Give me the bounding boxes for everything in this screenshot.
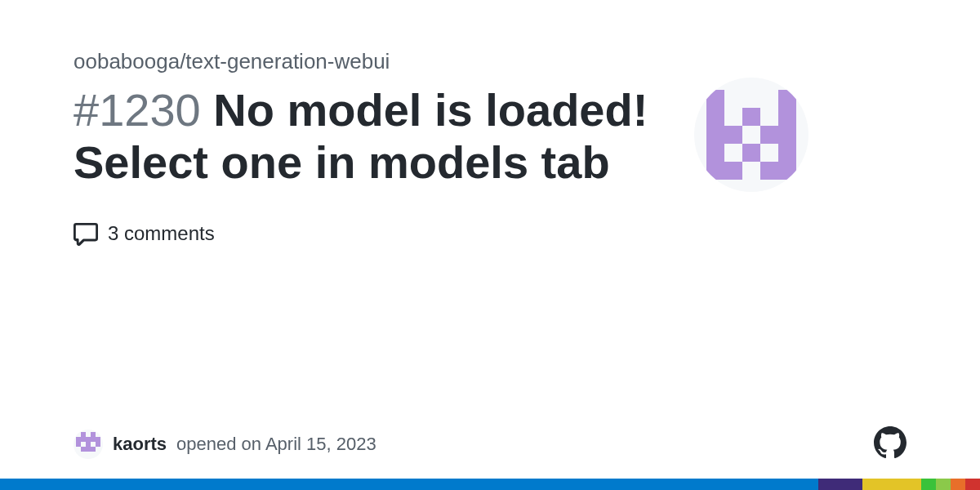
language-segment — [951, 479, 965, 490]
svg-rect-16 — [778, 162, 796, 180]
svg-rect-1 — [706, 90, 724, 108]
svg-rect-2 — [778, 90, 796, 108]
comments-count[interactable]: 3 comments — [74, 221, 906, 246]
svg-rect-18 — [81, 432, 86, 437]
svg-rect-9 — [778, 126, 796, 144]
issue-title: #1230 No model is loaded! Select one in … — [74, 84, 662, 189]
svg-rect-7 — [724, 126, 742, 144]
svg-rect-10 — [706, 144, 724, 162]
svg-rect-3 — [706, 108, 724, 126]
author-avatar[interactable] — [74, 430, 103, 459]
svg-rect-13 — [706, 162, 724, 180]
svg-rect-19 — [91, 432, 96, 437]
repo-avatar[interactable] — [694, 78, 808, 192]
svg-rect-6 — [706, 126, 724, 144]
svg-rect-14 — [724, 162, 742, 180]
language-segment — [921, 479, 936, 490]
svg-rect-22 — [86, 437, 91, 442]
author-name[interactable]: kaorts — [113, 434, 167, 455]
identicon-icon — [76, 432, 100, 457]
svg-rect-20 — [76, 437, 81, 442]
opened-by: kaorts opened on April 15, 2023 — [74, 430, 376, 459]
svg-rect-28 — [81, 447, 86, 452]
github-icon — [874, 426, 906, 459]
svg-rect-23 — [91, 437, 96, 442]
language-segment — [936, 479, 951, 490]
identicon-icon — [706, 90, 796, 180]
github-logo[interactable] — [874, 426, 906, 462]
svg-rect-24 — [96, 437, 100, 442]
comments-label: 3 comments — [108, 222, 215, 245]
svg-rect-4 — [742, 108, 760, 126]
svg-rect-8 — [760, 126, 778, 144]
svg-rect-25 — [76, 442, 81, 447]
svg-rect-5 — [778, 108, 796, 126]
language-bar — [0, 479, 980, 490]
repo-path[interactable]: oobabooga/text-generation-webui — [74, 49, 906, 74]
svg-rect-12 — [778, 144, 796, 162]
svg-rect-21 — [81, 437, 86, 442]
svg-rect-26 — [86, 442, 91, 447]
comment-icon — [74, 221, 98, 246]
language-segment — [818, 479, 862, 490]
svg-rect-30 — [91, 447, 96, 452]
language-segment — [0, 479, 818, 490]
svg-rect-11 — [742, 144, 760, 162]
svg-rect-27 — [96, 442, 100, 447]
language-segment — [862, 479, 921, 490]
issue-number: #1230 — [74, 84, 201, 136]
opened-date: opened on April 15, 2023 — [176, 434, 376, 455]
svg-rect-15 — [760, 162, 778, 180]
svg-rect-29 — [86, 447, 91, 452]
language-segment — [965, 479, 980, 490]
